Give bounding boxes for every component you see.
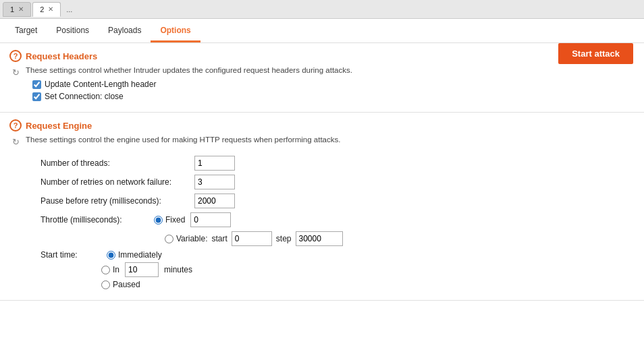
request-engine-help-icon[interactable]: ? [9, 119, 22, 131]
request-headers-title: Request Headers [26, 51, 97, 61]
immediately-radio[interactable] [107, 251, 115, 260]
fixed-radio[interactable] [154, 216, 163, 225]
start-time-in-row: In minutes [101, 262, 635, 277]
start-time-label: Start time: [41, 250, 101, 260]
nav-tab-positions[interactable]: Positions [47, 20, 99, 42]
immediately-text: Immediately [118, 250, 162, 260]
tab-2-close[interactable]: ✕ [48, 6, 53, 13]
retries-input[interactable] [194, 175, 235, 189]
in-text: In [113, 265, 119, 274]
request-headers-help-icon[interactable]: ? [9, 50, 22, 62]
variable-radio-label[interactable]: Variable: [165, 234, 207, 243]
start-time-container: Start time: Immediately In minutes [41, 250, 635, 289]
retries-row: Number of retries on network failure: [41, 175, 635, 189]
request-engine-header: ? Request Engine [9, 119, 635, 131]
set-connection-row: Set Connection: close [32, 92, 635, 101]
pause-row: Pause before retry (milliseconds): [41, 194, 635, 208]
variable-radio[interactable] [165, 235, 173, 243]
tab-1[interactable]: 1 ✕ [3, 2, 31, 17]
in-radio-label[interactable]: In [101, 265, 119, 274]
request-engine-refresh-icon[interactable]: ↻ [9, 136, 22, 148]
tab-2[interactable]: 2 ✕ [32, 2, 61, 17]
pause-label: Pause before retry (milliseconds): [41, 196, 189, 206]
step-label: step [276, 234, 292, 243]
throttle-start-input[interactable] [232, 231, 272, 246]
throttle-step-input[interactable] [296, 231, 343, 246]
tab-bar: 1 ✕ 2 ✕ ... [0, 0, 644, 19]
content-area: ? Request Headers ↻ These settings contr… [0, 43, 644, 356]
request-headers-section: ? Request Headers ↻ These settings contr… [0, 43, 644, 113]
request-headers-refresh-icon[interactable]: ↻ [9, 66, 22, 78]
paused-text: Paused [113, 280, 140, 289]
start-label: start [211, 234, 227, 243]
retries-label: Number of retries on network failure: [41, 177, 189, 187]
throttle-fixed-input[interactable] [190, 212, 231, 227]
immediately-radio-label[interactable]: Immediately [107, 250, 162, 260]
start-time-paused-row: Paused [101, 280, 635, 289]
update-content-length-checkbox[interactable] [32, 80, 41, 89]
tab-more[interactable]: ... [62, 5, 76, 13]
tab-1-label: 1 [10, 5, 14, 13]
threads-row: Number of threads: [41, 156, 635, 171]
paused-radio-label[interactable]: Paused [101, 280, 140, 289]
request-headers-header: ? Request Headers [9, 50, 635, 62]
in-minutes-input[interactable] [125, 262, 159, 277]
nav-tab-target[interactable]: Target [5, 20, 47, 42]
start-attack-button[interactable]: Start attack [558, 43, 633, 64]
threads-label: Number of threads: [41, 158, 189, 168]
throttle-row: Throttle (milliseconds): Fixed [41, 212, 635, 227]
update-content-length-label[interactable]: Update Content-Length header [32, 80, 156, 89]
paused-radio[interactable] [101, 280, 110, 289]
tab-1-close[interactable]: ✕ [18, 6, 24, 13]
start-time-immediately-row: Start time: Immediately [41, 250, 635, 260]
update-content-length-row: Update Content-Length header [32, 80, 635, 89]
variable-row: Variable: start step [165, 231, 635, 246]
nav-tab-payloads[interactable]: Payloads [99, 20, 151, 42]
minutes-text: minutes [164, 265, 192, 274]
request-headers-desc: These settings control whether Intruder … [26, 66, 352, 74]
threads-input[interactable] [194, 156, 235, 171]
nav-tab-options[interactable]: Options [151, 20, 200, 42]
set-connection-label[interactable]: Set Connection: close [32, 92, 124, 101]
in-radio[interactable] [101, 266, 110, 274]
set-connection-checkbox[interactable] [32, 92, 41, 101]
request-engine-desc: These settings control the engine used f… [26, 136, 340, 144]
pause-input[interactable] [194, 194, 235, 208]
throttle-label: Throttle (milliseconds): [41, 215, 149, 225]
tab-2-label: 2 [40, 5, 44, 13]
nav-tabs: Target Positions Payloads Options Start … [0, 19, 644, 43]
request-engine-section: ? Request Engine ↻ These settings contro… [0, 113, 644, 301]
request-engine-title: Request Engine [26, 121, 92, 131]
fixed-radio-label[interactable]: Fixed [154, 215, 185, 225]
